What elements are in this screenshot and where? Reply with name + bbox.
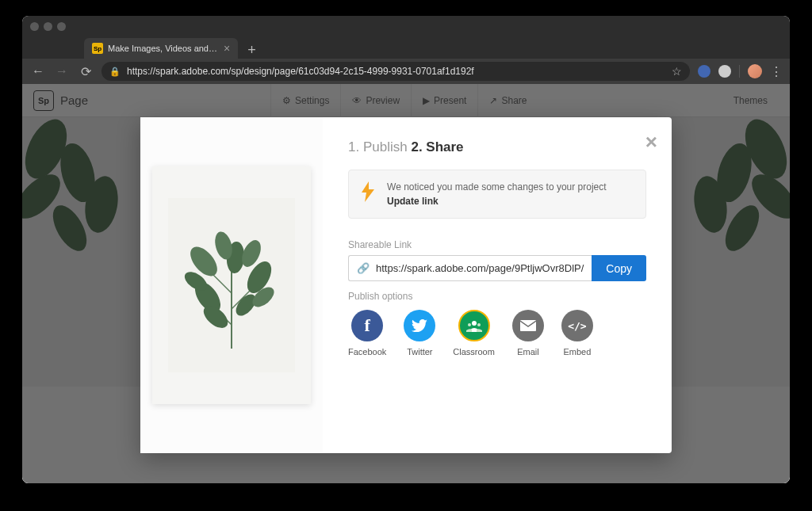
bolt-icon — [360, 181, 376, 207]
svg-point-27 — [477, 323, 481, 326]
update-notice[interactable]: We noticed you made some changes to your… — [348, 170, 646, 219]
favicon-icon: Sp — [92, 43, 103, 54]
step-share: 2. Share — [411, 139, 463, 154]
email-label: Email — [517, 347, 539, 357]
browser-window: Sp Make Images, Videos and Web × + ← → ⟳… — [22, 16, 790, 483]
facebook-label: Facebook — [348, 347, 386, 357]
publish-options-label: Publish options — [348, 291, 646, 302]
share-email-button[interactable]: Email — [512, 310, 544, 357]
reload-button[interactable]: ⟳ — [78, 64, 94, 79]
forward-button[interactable]: → — [54, 64, 70, 78]
window-titlebar — [22, 16, 790, 36]
share-twitter-button[interactable]: Twitter — [404, 310, 435, 357]
notice-text: We noticed you made some changes to your… — [387, 180, 607, 208]
url-text: https://spark.adobe.com/sp/design/page/6… — [127, 66, 665, 77]
extension-icon[interactable] — [698, 65, 710, 78]
tab-bar: Sp Make Images, Videos and Web × + — [22, 36, 790, 59]
share-embed-button[interactable]: </> Embed — [561, 310, 593, 357]
page-preview-thumbnail — [152, 166, 311, 404]
app-content: Sp Page ⚙ Settings 👁 Preview ▶ Present ↗… — [22, 84, 790, 483]
shareable-link-label: Shareable Link — [348, 239, 646, 250]
address-bar: ← → ⟳ 🔒 https://spark.adobe.com/sp/desig… — [22, 59, 790, 84]
extension-icon[interactable] — [718, 65, 731, 78]
share-classroom-button[interactable]: Classroom — [453, 310, 495, 357]
minimize-window-button[interactable] — [44, 22, 52, 31]
twitter-icon — [404, 310, 435, 341]
share-facebook-button[interactable]: f Facebook — [348, 310, 386, 357]
share-modal: × 1. Publish 2. Share We noticed you mad… — [140, 117, 672, 453]
embed-icon: </> — [561, 310, 593, 341]
close-tab-icon[interactable]: × — [224, 42, 230, 55]
bookmark-star-icon[interactable]: ☆ — [672, 65, 682, 78]
new-tab-button[interactable]: + — [238, 41, 266, 59]
classroom-label: Classroom — [453, 347, 495, 357]
svg-point-25 — [472, 321, 477, 326]
maximize-window-button[interactable] — [57, 22, 66, 31]
step-publish[interactable]: 1. Publish — [348, 139, 408, 154]
link-icon: 🔗 — [357, 262, 370, 274]
back-button[interactable]: ← — [30, 64, 46, 78]
notice-line: We noticed you made some changes to your… — [387, 180, 607, 194]
embed-label: Embed — [563, 347, 591, 357]
modal-preview-panel — [140, 117, 323, 453]
browser-menu-button[interactable]: ⋮ — [770, 64, 782, 79]
share-url-text: https://spark.adobe.com/page/9PtljwOvr8D… — [376, 262, 584, 274]
tab-title: Make Images, Videos and Web — [108, 44, 219, 53]
svg-rect-28 — [520, 320, 536, 331]
close-modal-button[interactable]: × — [645, 130, 657, 154]
share-url-input[interactable]: 🔗 https://spark.adobe.com/page/9PtljwOvr… — [348, 255, 592, 281]
update-link-action[interactable]: Update link — [387, 194, 607, 208]
browser-tab[interactable]: Sp Make Images, Videos and Web × — [84, 38, 238, 59]
link-row: 🔗 https://spark.adobe.com/page/9PtljwOvr… — [348, 255, 646, 281]
facebook-icon: f — [351, 310, 383, 341]
copy-button[interactable]: Copy — [592, 255, 646, 281]
step-indicator: 1. Publish 2. Share — [348, 139, 646, 155]
twitter-label: Twitter — [407, 347, 432, 357]
classroom-icon — [458, 310, 490, 341]
profile-avatar[interactable] — [748, 64, 762, 78]
publish-options: f Facebook Twitter Classroom — [348, 310, 646, 357]
close-window-button[interactable] — [30, 22, 39, 31]
svg-point-26 — [468, 323, 471, 326]
lock-icon: 🔒 — [109, 67, 121, 77]
url-box[interactable]: 🔒 https://spark.adobe.com/sp/design/page… — [102, 62, 690, 81]
email-icon — [512, 310, 544, 341]
modal-content-panel: × 1. Publish 2. Share We noticed you mad… — [323, 117, 672, 453]
